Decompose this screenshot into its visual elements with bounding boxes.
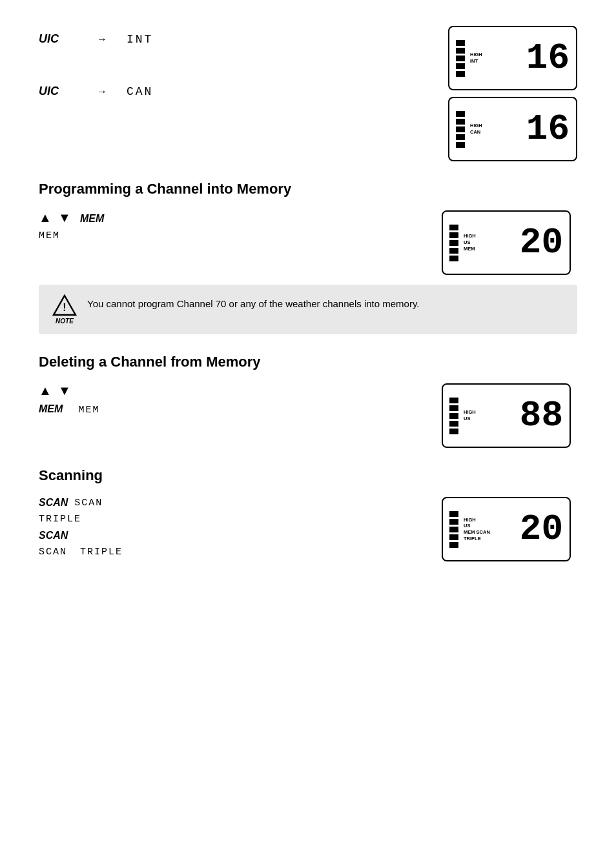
bar5	[449, 542, 458, 548]
uic-can-label: UIC	[39, 85, 77, 98]
lcd-info-scan: HIGH US MEM SCAN TRIPLE	[464, 517, 490, 542]
signal-bars-prog	[449, 225, 458, 261]
lcd-high-scan: HIGH	[464, 517, 490, 523]
scan-right: HIGH US MEM SCAN TRIPLE 20	[442, 497, 577, 561]
bar5	[456, 71, 465, 77]
lcd-display-can: HIGH CAN 16	[448, 97, 577, 161]
scan-triple-seg: TRIPLE	[39, 514, 81, 525]
lcd-mem-scan: MEM SCAN	[464, 529, 490, 536]
bar3	[456, 56, 465, 61]
lcd-high-prog: HIGH	[464, 233, 486, 239]
top-left-content: UIC → INT UIC → CAN	[39, 26, 448, 161]
scanning-title: Scanning	[39, 467, 577, 484]
prog-arrow-down: ▼	[58, 210, 71, 225]
lcd-high-can: HIGH	[470, 123, 493, 129]
programming-title: Programming a Channel into Memory	[39, 181, 577, 197]
scan-triple-row: TRIPLE	[39, 514, 442, 525]
bar5	[449, 256, 458, 261]
scan-seg1: SCAN	[74, 498, 103, 509]
bar3	[449, 413, 458, 419]
can-mode-text: CAN	[127, 85, 153, 98]
bar1	[456, 40, 465, 46]
note-icon-wrap: ! NOTE	[52, 294, 77, 325]
lcd-us-scan: US	[464, 523, 490, 529]
deleting-title: Deleting a Channel from Memory	[39, 354, 577, 370]
programming-section: Programming a Channel into Memory ▲ ▼ ME…	[39, 181, 577, 334]
note-text: You cannot program Channel 70 or any of …	[87, 294, 419, 312]
top-section: UIC → INT UIC → CAN	[39, 26, 577, 161]
deleting-section: Deleting a Channel from Memory ▲ ▼ MEM M…	[39, 354, 577, 448]
page: UIC → INT UIC → CAN	[0, 0, 616, 587]
lcd-int-sub: INT	[470, 58, 493, 65]
delete-mem-seg: MEM	[79, 405, 100, 416]
bar4	[456, 134, 465, 140]
delete-mem-row: MEM MEM	[39, 403, 442, 416]
prog-arrows-row: ▲ ▼ MEM	[39, 210, 442, 225]
scan-left: SCAN SCAN TRIPLE SCAN SCAN TRIPLE	[39, 497, 442, 560]
bar3	[449, 527, 458, 532]
prog-content: ▲ ▼ MEM MEM	[39, 210, 577, 275]
delete-left: ▲ ▼ MEM MEM	[39, 383, 442, 418]
warning-icon: !	[52, 294, 77, 316]
int-mode-text: INT	[127, 33, 153, 46]
bar5	[449, 429, 458, 434]
lcd-display-int: HIGH INT 16	[448, 26, 577, 90]
prog-left: ▲ ▼ MEM MEM	[39, 210, 442, 245]
bar4	[449, 534, 458, 540]
lcd-info-prog: HIGH US MEM	[464, 233, 486, 252]
scan-row3: SCAN TRIPLE	[39, 547, 442, 558]
lcd-digits-prog: 20	[520, 225, 563, 261]
lcd-digits-scan: 20	[520, 511, 563, 547]
lcd-info-delete: HIGH US	[464, 409, 486, 422]
prog-right: HIGH US MEM 20	[442, 210, 577, 275]
lcd-high-delete: HIGH	[464, 409, 486, 416]
lcd-info-can: HIGH CAN	[470, 123, 493, 136]
delete-arrow-down: ▼	[58, 383, 71, 398]
bar4	[456, 63, 465, 69]
lcd-digits-delete: 88	[520, 398, 563, 434]
signal-bars-scan	[449, 511, 458, 548]
delete-content: ▲ ▼ MEM MEM	[39, 383, 577, 448]
note-label: NOTE	[56, 318, 74, 325]
signal-bars-int	[456, 40, 465, 77]
lcd-mem-prog: MEM	[464, 246, 486, 252]
lcd-high-int: HIGH	[470, 52, 493, 58]
lcd-us-delete: US	[464, 416, 486, 422]
bar1	[456, 111, 465, 117]
delete-arrow-up: ▲	[39, 383, 52, 398]
prog-mem-seg-row: MEM	[39, 229, 442, 241]
bar4	[449, 248, 458, 254]
lcd-display-scan: HIGH US MEM SCAN TRIPLE 20	[442, 497, 571, 561]
bar2	[456, 48, 465, 54]
lcd-triple-scan: TRIPLE	[464, 536, 490, 542]
scanning-section: Scanning SCAN SCAN TRIPLE SCAN SCAN TRIP…	[39, 467, 577, 561]
signal-bars-delete	[449, 398, 458, 434]
delete-arrows-row: ▲ ▼	[39, 383, 442, 398]
scan-bold1: SCAN	[39, 497, 68, 509]
lcd-display-delete: HIGH US 88	[442, 383, 571, 448]
bar5	[456, 142, 465, 148]
lcd-digits-can: 16	[526, 111, 570, 147]
prog-mem-bold: MEM	[80, 213, 104, 224]
lcd-can-sub: CAN	[470, 129, 493, 136]
lcd-digits-int: 16	[526, 40, 570, 76]
bar1	[449, 511, 458, 517]
arrow-can: →	[97, 86, 107, 97]
scan-row2: SCAN	[39, 530, 442, 541]
lcd-display-prog: HIGH US MEM 20	[442, 210, 571, 275]
scan-bold2: SCAN	[39, 530, 68, 541]
bar3	[456, 126, 465, 132]
bar2	[449, 232, 458, 238]
uic-int-label: UIC	[39, 32, 77, 46]
scan-seg2: SCAN	[39, 547, 67, 558]
arrow-int: →	[97, 34, 107, 45]
bar3	[449, 240, 458, 246]
top-right-displays: HIGH INT 16 HIGH CAN 16	[448, 26, 577, 161]
scan-row1: SCAN SCAN	[39, 497, 442, 509]
lcd-us-prog: US	[464, 239, 486, 246]
uic-can-row: UIC → CAN	[39, 85, 448, 98]
bar2	[456, 119, 465, 125]
bar1	[449, 225, 458, 230]
scan-triple-seg2: TRIPLE	[80, 547, 123, 558]
uic-int-row: UIC → INT	[39, 32, 448, 46]
